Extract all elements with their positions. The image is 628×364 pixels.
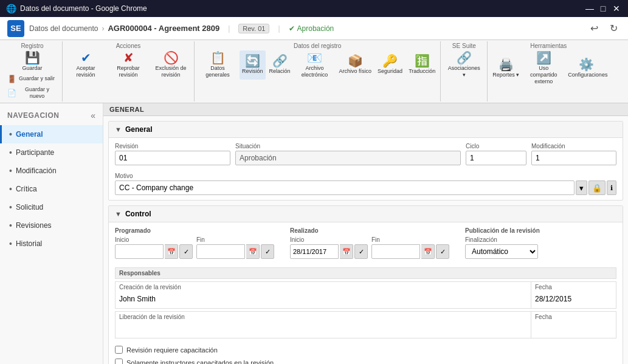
programado-inicio-field: Inicio 📅 ✓ [115, 236, 193, 259]
toolbar: Registro 💾 Guardar 🚪 Guardar y salir 📄 G… [0, 40, 628, 103]
realizado-fin-field: Fin 📅 ✓ [371, 236, 449, 259]
realizado-inicio-input[interactable] [290, 244, 339, 259]
sidebar-dot: • [9, 221, 12, 230]
toolbar-acciones-section: Acciones ✔ Aceptar revisión ✘ Reprobar r… [63, 41, 195, 101]
sidebar-item-label: Solicitud [16, 203, 43, 211]
motivo-input[interactable] [115, 180, 575, 195]
guardar-button[interactable]: 💾 Guardar [5, 50, 60, 73]
realizado-inicio-check-button[interactable]: ✓ [354, 244, 368, 259]
general-section-title[interactable]: ▼ General [109, 122, 623, 138]
realizado-fin-input[interactable] [371, 244, 420, 259]
programado-inicio-check-button[interactable]: ✓ [179, 244, 193, 259]
toolbar-registro-section: Registro 💾 Guardar 🚪 Guardar y salir 📄 G… [2, 41, 63, 101]
sidebar-item-label: Historial [16, 239, 42, 248]
programado-fin-check-button[interactable]: ✓ [261, 244, 274, 259]
reject-icon: ✘ [123, 52, 134, 64]
toolbar-acciones-label: Acciones [65, 43, 192, 50]
programado-inicio-label: Inicio [115, 236, 193, 243]
content-area: GENERAL ▼ General Revisión Situación Cic… [103, 103, 628, 364]
revision-button[interactable]: 🔄 Revisión [240, 50, 266, 80]
sidebar: NAVEGACION « • General • Participante • … [0, 103, 103, 364]
archivo-fisico-button[interactable]: 📦 Archivo físico [337, 50, 374, 80]
situacion-label: Situación [235, 143, 461, 149]
exclusion-revision-button[interactable]: 🚫 Exclusión de revisión [150, 50, 192, 80]
situacion-input [235, 151, 461, 165]
reprobar-revision-button[interactable]: ✘ Reprobar revisión [108, 50, 149, 80]
motivo-lock-button[interactable]: 🔒 [588, 180, 606, 195]
modificacion-input[interactable] [531, 151, 616, 165]
realizado-inicio-cal-button[interactable]: 📅 [340, 244, 353, 259]
seguridad-icon: 🔑 [382, 55, 398, 67]
title-bar-text: Datos del documento - Google Chrome [20, 4, 147, 13]
guardar-y-salir-button[interactable]: 🚪 Guardar y salir [5, 74, 60, 84]
realizado-inicio-label: Inicio [290, 236, 368, 243]
datos-icon: 📋 [210, 52, 226, 64]
motivo-info-button[interactable]: ℹ [607, 180, 616, 195]
refresh-button[interactable]: ↻ [606, 21, 621, 36]
ciclo-input[interactable] [466, 151, 526, 165]
relacion-button[interactable]: 🔗 Relación [267, 50, 293, 80]
realizado-title: Realizado [290, 227, 449, 234]
creacion-fecha-input[interactable] [535, 292, 612, 306]
datos-generales-button[interactable]: 📋 Datos generales [197, 50, 238, 80]
revision-input[interactable] [115, 151, 230, 165]
revision-field: Revisión [115, 143, 230, 165]
sidebar-item-label: Modificación [16, 167, 57, 175]
sidebar-item-modificacion[interactable]: • Modificación [0, 162, 103, 180]
maximize-button[interactable]: □ [598, 3, 609, 14]
sidebar-item-participante[interactable]: • Participante [0, 143, 103, 162]
liberacion-fecha-input[interactable] [535, 321, 612, 336]
instructores-capacitados-checkbox[interactable] [115, 359, 123, 364]
revision-label: Revisión [115, 143, 230, 149]
control-section-title[interactable]: ▼ Control [109, 206, 623, 222]
revision-icon: 🔄 [245, 55, 260, 67]
toolbar-herramientas-label: Herramientas [490, 43, 607, 50]
uso-compartido-button[interactable]: ↗️ Uso compartido externo [523, 50, 564, 86]
responsables-title: Responsables [115, 267, 616, 279]
sidebar-item-solicitud[interactable]: • Solicitud [0, 198, 103, 216]
reportes-button[interactable]: 🖨️ Reportes ▾ [490, 50, 522, 86]
sidebar-item-label: Crítica [16, 185, 37, 193]
revision-capacitacion-checkbox[interactable] [115, 346, 123, 354]
back-button[interactable]: ↩ [587, 21, 601, 36]
programado-inicio-input[interactable] [115, 244, 164, 259]
close-button[interactable]: ✕ [611, 3, 622, 14]
realizado-fin-check-button[interactable]: ✓ [436, 244, 449, 259]
section-header: GENERAL [103, 103, 628, 116]
main-layout: NAVEGACION « • General • Participante • … [0, 103, 628, 364]
app-header: SE Datos del documento › AGR000004 - Agr… [0, 17, 628, 40]
guardar-y-nuevo-button[interactable]: 📄 Guardar y nuevo [5, 85, 60, 101]
chevron-icon: ▼ [115, 210, 122, 218]
programado-group: Programado Inicio 📅 ✓ Fin [115, 227, 274, 259]
control-dates-row: Programado Inicio 📅 ✓ Fin [109, 222, 623, 264]
programado-title: Programado [115, 227, 274, 234]
archivo-electronico-button[interactable]: 📧 Archivo electrónico [294, 50, 336, 80]
general-section: ▼ General Revisión Situación Ciclo [108, 121, 623, 201]
creacion-input[interactable] [119, 292, 527, 306]
sidebar-item-general[interactable]: • General [0, 125, 103, 143]
seguridad-button[interactable]: 🔑 Seguridad [375, 50, 405, 80]
programado-fin-cal-button[interactable]: 📅 [246, 244, 260, 259]
programado-fin-label: Fin [196, 236, 274, 243]
archivo-fis-icon: 📦 [348, 55, 363, 67]
breadcrumb-item-2: AGR000004 - Agreement 2809 [108, 24, 219, 33]
minimize-button[interactable]: — [584, 3, 595, 14]
sidebar-item-critica[interactable]: • Crítica [0, 180, 103, 198]
new-icon: 📄 [7, 89, 16, 97]
publicacion-select[interactable]: Automático Manual [465, 244, 538, 259]
sidebar-collapse-button[interactable]: « [91, 111, 95, 120]
breadcrumb-item-1[interactable]: Datos del documento [29, 24, 98, 33]
sidebar-item-revisiones[interactable]: • Revisiones [0, 216, 103, 235]
programado-fin-input[interactable] [196, 244, 245, 259]
programado-inicio-cal-button[interactable]: 📅 [165, 244, 178, 259]
asociaciones-button[interactable]: 🔗 Asociaciones ▾ [443, 50, 485, 80]
breadcrumb-separator: › [102, 24, 104, 33]
sidebar-item-historial[interactable]: • Historial [0, 235, 103, 253]
motivo-dropdown-button[interactable]: ▾ [576, 180, 587, 195]
checkbox-row-2: Solamente instructores capacitados en la… [109, 356, 623, 364]
liberacion-input[interactable] [119, 321, 527, 336]
realizado-fin-cal-button[interactable]: 📅 [421, 244, 435, 259]
configuraciones-button[interactable]: ⚙️ Configuraciones [565, 50, 607, 86]
aceptar-revision-button[interactable]: ✔ Aceptar revisión [65, 50, 106, 80]
traduccion-button[interactable]: 🈯 Traducción [406, 50, 438, 80]
